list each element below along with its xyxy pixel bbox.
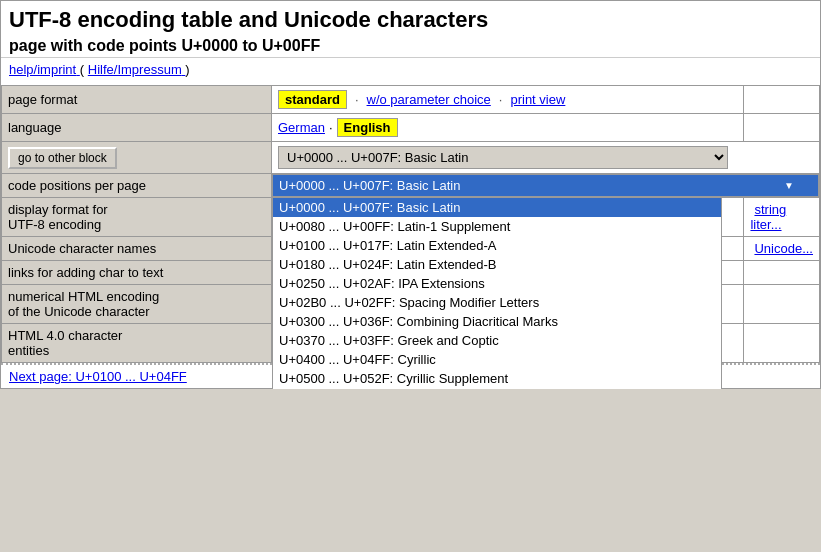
goto-button[interactable]: go to other block [8, 147, 117, 169]
settings-section: page format standard · w/o parameter cho… [1, 85, 820, 363]
numerical-label: numerical HTML encodingof the Unicode ch… [2, 285, 272, 324]
german-link[interactable]: German [278, 120, 325, 135]
numerical-right [744, 285, 820, 324]
html40-right [744, 324, 820, 363]
language-value: German · English [272, 114, 744, 142]
help-section: help/imprint ( Hilfe/Impressum ) [1, 58, 820, 81]
language-right [744, 114, 820, 142]
language-row: language German · English [2, 114, 820, 142]
dropdown-selected-text: U+0000 ... U+007F: Basic Latin [279, 178, 460, 193]
list-item[interactable]: U+0080 ... U+00FF: Latin-1 Supplement [273, 217, 721, 236]
page-format-row: page format standard · w/o parameter cho… [2, 86, 820, 114]
list-item[interactable]: U+0400 ... U+04FF: Cyrillic [273, 350, 721, 369]
unicode-names-label: Unicode character names [2, 237, 272, 261]
code-positions-value: U+0000 ... U+007F: Basic Latin ▼ U+0000 … [272, 174, 820, 198]
page-container: UTF-8 encoding table and Unicode charact… [0, 0, 821, 389]
dropdown-selected[interactable]: U+0000 ... U+007F: Basic Latin ▼ [272, 174, 819, 197]
dropdown-list[interactable]: U+0000 ... U+007F: Basic LatinU+0080 ...… [272, 197, 722, 389]
page-subtitle: page with code points U+0000 to U+00FF [9, 37, 812, 55]
list-item[interactable]: U+0300 ... U+036F: Combining Diacritical… [273, 312, 721, 331]
help-link[interactable]: help/imprint [9, 62, 80, 77]
goto-value: U+0000 ... U+007F: Basic LatinU+0080 ...… [272, 142, 820, 174]
standard-button[interactable]: standard [278, 90, 347, 109]
display-format-right: string liter... [744, 198, 820, 237]
block-select[interactable]: U+0000 ... U+007F: Basic LatinU+0080 ...… [278, 146, 728, 169]
print-view-link[interactable]: print view [510, 92, 565, 107]
links-label: links for adding char to text [2, 261, 272, 285]
page-title: UTF-8 encoding table and Unicode charact… [9, 7, 812, 33]
list-item[interactable]: U+0500 ... U+052F: Cyrillic Supplement [273, 369, 721, 388]
list-item[interactable]: U+0000 ... U+007F: Basic Latin [273, 198, 721, 217]
unicode-names-right: Unicode... [744, 237, 820, 261]
help-link-de[interactable]: Hilfe/Impressum [88, 62, 186, 77]
list-item[interactable]: U+0100 ... U+017F: Latin Extended-A [273, 236, 721, 255]
list-item[interactable]: U+02B0 ... U+02FF: Spacing Modifier Lett… [273, 293, 721, 312]
page-format-value: standard · w/o parameter choice · print … [272, 86, 744, 114]
display-format-label: display format forUTF-8 encoding [2, 198, 272, 237]
format-row: standard · w/o parameter choice · print … [278, 90, 737, 109]
links-right [744, 261, 820, 285]
english-button[interactable]: English [337, 118, 398, 137]
dropdown-arrow-icon: ▼ [784, 180, 794, 191]
list-item[interactable]: U+0370 ... U+03FF: Greek and Coptic [273, 331, 721, 350]
code-positions-label: code positions per page [2, 174, 272, 198]
block-dropdown-wrapper: U+0000 ... U+007F: Basic LatinU+0080 ...… [278, 146, 728, 169]
next-page-link[interactable]: Next page: U+0100 ... U+04FF [9, 369, 187, 384]
unicode-link[interactable]: Unicode... [750, 241, 813, 256]
language-label: language [2, 114, 272, 142]
list-item[interactable]: U+0250 ... U+02AF: IPA Extensions [273, 274, 721, 293]
page-format-label: page format [2, 86, 272, 114]
page-header: UTF-8 encoding table and Unicode charact… [1, 1, 820, 58]
list-item[interactable]: U+0180 ... U+024F: Latin Extended-B [273, 255, 721, 274]
lang-row: German · English [278, 118, 737, 137]
wo-param-link[interactable]: w/o parameter choice [367, 92, 491, 107]
html40-label: HTML 4.0 characterentities [2, 324, 272, 363]
page-format-right [744, 86, 820, 114]
settings-table: page format standard · w/o parameter cho… [1, 85, 820, 363]
code-positions-row: code positions per page U+0000 ... U+007… [2, 174, 820, 198]
string-liter-link[interactable]: string liter... [750, 202, 786, 232]
list-item[interactable]: U+0530 ... U+058F: Armenian [273, 388, 721, 389]
goto-row: go to other block U+0000 ... U+007F: Bas… [2, 142, 820, 174]
code-positions-dropdown: U+0000 ... U+007F: Basic Latin ▼ U+0000 … [272, 174, 819, 197]
goto-label: go to other block [2, 142, 272, 174]
